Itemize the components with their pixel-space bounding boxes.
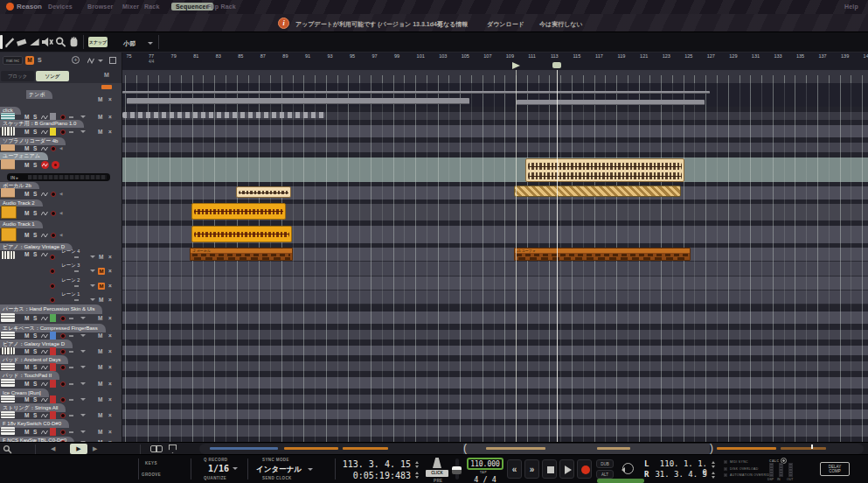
- track-mute-button[interactable]: M: [24, 232, 29, 238]
- rewind-button[interactable]: «: [507, 459, 522, 479]
- track-name-tab[interactable]: パーカス：Hand Percussion Skin & Uls: [0, 304, 102, 314]
- position-up-spinner[interactable]: [415, 461, 419, 464]
- snap-grid-dropdown-icon[interactable]: [148, 42, 153, 45]
- track-close-button[interactable]: ×: [108, 412, 112, 418]
- track-item[interactable]: パッド：TouchPad IIMSM×: [0, 371, 122, 388]
- lane-mute-button[interactable]: M: [99, 297, 103, 303]
- magnify-tool-icon[interactable]: [55, 36, 66, 48]
- shield-icon[interactable]: [169, 444, 177, 453]
- track-automation-icon[interactable]: [41, 430, 48, 435]
- dropdown-icon[interactable]: [80, 430, 86, 433]
- loop-right-value[interactable]: 31. 3. 4. 5: [653, 470, 707, 479]
- record-automation-badge[interactable]: [41, 161, 49, 169]
- record-arm-ring[interactable]: [60, 130, 66, 135]
- arrange-lane-row[interactable]: [122, 276, 868, 290]
- arrange-area[interactable]: -2 ボーカル+5 ユーフォ: [122, 83, 868, 442]
- track-close-button[interactable]: ×: [108, 96, 112, 102]
- piano-midi-clip-1[interactable]: -2 ボーカル: [190, 248, 293, 261]
- time-up-spinner[interactable]: [415, 472, 419, 474]
- tempo-display[interactable]: 110.000: [467, 458, 503, 470]
- arrange-row[interactable]: [122, 410, 868, 419]
- pencil-tool-icon[interactable]: [4, 36, 16, 48]
- track-close-button[interactable]: ×: [108, 129, 112, 135]
- dropdown-icon[interactable]: [80, 116, 86, 118]
- sync-dropdown-icon[interactable]: [308, 468, 313, 471]
- euphonium-audio-clip[interactable]: [525, 158, 684, 182]
- vocal-audio-clip[interactable]: [236, 186, 291, 198]
- update-more-info-button[interactable]: 更なる情報: [437, 20, 468, 29]
- mute-all-badge[interactable]: M: [25, 56, 34, 65]
- lane-close-button[interactable]: ×: [108, 297, 112, 303]
- track-mute-button[interactable]: M: [98, 429, 102, 435]
- track-mute-button[interactable]: M: [24, 145, 29, 151]
- left-locator-line[interactable]: [516, 70, 517, 442]
- menu-item-help[interactable]: Help: [844, 4, 858, 10]
- track-mute-button[interactable]: M: [24, 114, 29, 120]
- menu-item-mixer[interactable]: Mixer: [122, 4, 139, 10]
- track-automation-icon[interactable]: [41, 413, 48, 418]
- update-not-now-button[interactable]: 今は実行しない: [539, 20, 583, 29]
- track-automation-icon[interactable]: [41, 115, 48, 120]
- dropdown-icon[interactable]: [80, 317, 86, 319]
- record-arm-ring[interactable]: [51, 211, 56, 216]
- solo-all-button[interactable]: S: [38, 57, 42, 63]
- track-solo-button[interactable]: S: [33, 114, 37, 120]
- track-solo-button[interactable]: S: [33, 315, 37, 321]
- arrange-lane-row[interactable]: [122, 262, 868, 276]
- overview-bracket-open[interactable]: (: [463, 443, 467, 454]
- dropdown-icon[interactable]: [80, 366, 86, 368]
- track-solo-button[interactable]: S: [33, 396, 37, 402]
- track-mute-button[interactable]: M: [24, 315, 29, 321]
- dropdown-icon[interactable]: [90, 256, 95, 258]
- record-arm-ring[interactable]: [60, 413, 66, 418]
- track-item[interactable]: ピアノ：Galaxy Vintage DMSM×: [0, 340, 122, 355]
- record-arm-badge[interactable]: [52, 161, 59, 169]
- loop-left-down[interactable]: [712, 466, 715, 468]
- left-locator-flag[interactable]: [512, 62, 520, 69]
- track-item[interactable]: clickMSM×: [0, 107, 122, 120]
- vocal-comp-clip[interactable]: [514, 186, 681, 197]
- track-solo-button[interactable]: S: [33, 364, 37, 370]
- automation-rec-icon[interactable]: [42, 163, 48, 167]
- nav-prev-button[interactable]: ◀: [51, 445, 55, 452]
- track-item[interactable]: Audio Track 1MS◀: [0, 220, 122, 243]
- record-arm-ring[interactable]: [50, 269, 55, 274]
- track-mute-button[interactable]: M: [98, 364, 102, 370]
- selection-tool-indicator[interactable]: [0, 35, 3, 49]
- lane-mute-button-active[interactable]: M: [98, 268, 105, 275]
- tab-song[interactable]: ソング: [36, 71, 69, 81]
- track-solo-button[interactable]: S: [33, 232, 37, 238]
- track-close-button[interactable]: ×: [108, 429, 112, 435]
- hand-tool-icon[interactable]: [68, 36, 80, 48]
- lane-close-button[interactable]: ×: [108, 268, 112, 274]
- monitor-icon[interactable]: ◀: [59, 192, 62, 196]
- arrange-row[interactable]: [122, 125, 868, 137]
- track-automation-icon[interactable]: [41, 192, 48, 197]
- record-arm-ring[interactable]: [51, 233, 56, 238]
- arrange-lane-row[interactable]: [122, 290, 868, 304]
- tempo-clip-2[interactable]: [517, 100, 705, 105]
- song-position-time[interactable]: 0:05:19:483: [341, 471, 411, 480]
- track-automation-icon[interactable]: [41, 233, 48, 238]
- audio-track1-clip[interactable]: [191, 226, 292, 242]
- dropdown-icon[interactable]: [80, 130, 86, 133]
- track-mute-button[interactable]: M: [98, 129, 102, 135]
- dropdown-icon[interactable]: [80, 334, 86, 337]
- loop-right-up[interactable]: [712, 472, 715, 474]
- track-solo-button[interactable]: S: [33, 191, 37, 197]
- bottom-scrollbar-thumb[interactable]: [597, 479, 644, 483]
- click-button[interactable]: CLICK: [426, 470, 448, 477]
- track-item[interactable]: Ice Cream [Run]MSM×: [0, 388, 122, 403]
- track-mute-button[interactable]: M: [98, 332, 102, 339]
- piano-midi-clip-2[interactable]: +5 ユーフォ: [514, 248, 691, 261]
- arrange-row[interactable]: [122, 158, 868, 172]
- record-arm-ring[interactable]: [60, 349, 66, 354]
- arrange-row[interactable]: [122, 186, 868, 200]
- zoom-icon[interactable]: [3, 444, 12, 454]
- song-overview-scrollbar[interactable]: (): [199, 444, 864, 454]
- snap-grid-value[interactable]: 小節: [123, 39, 135, 48]
- razor-tool-icon[interactable]: [29, 36, 40, 48]
- time-down-spinner[interactable]: [415, 476, 419, 479]
- menu-item-devices[interactable]: Devices: [48, 4, 73, 10]
- track-automation-icon[interactable]: [41, 365, 48, 370]
